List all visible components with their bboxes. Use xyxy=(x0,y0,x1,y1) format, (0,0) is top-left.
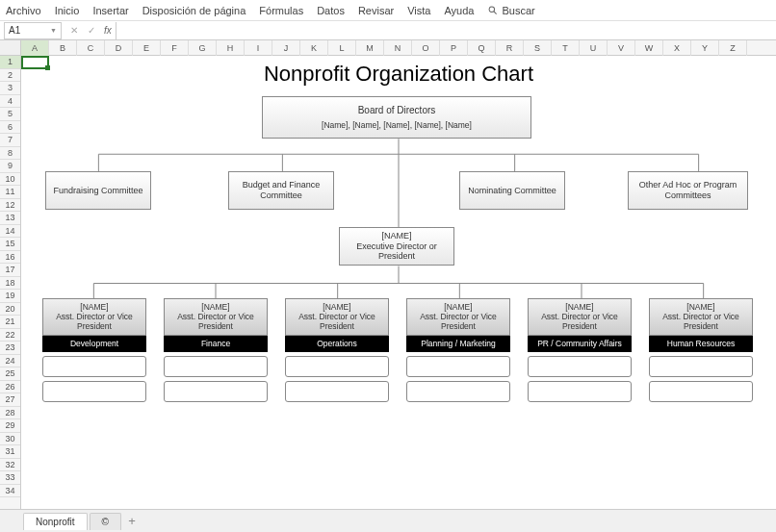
col-header-z[interactable]: Z xyxy=(719,40,747,56)
dept-slot[interactable] xyxy=(285,381,389,402)
dept-slot[interactable] xyxy=(528,356,632,377)
row-header-21[interactable]: 21 xyxy=(0,316,20,329)
col-header-q[interactable]: Q xyxy=(468,40,496,56)
row-header-28[interactable]: 28 xyxy=(0,407,20,420)
dept-slot[interactable] xyxy=(406,381,510,402)
col-header-n[interactable]: N xyxy=(384,40,412,56)
col-header-k[interactable]: K xyxy=(300,40,328,56)
row-header-2[interactable]: 2 xyxy=(0,69,20,83)
menu-formulas[interactable]: Fórmulas xyxy=(259,5,303,16)
row-header-9[interactable]: 9 xyxy=(0,160,20,173)
formula-input[interactable] xyxy=(116,22,776,39)
row-header-7[interactable]: 7 xyxy=(0,134,20,147)
row-header-16[interactable]: 16 xyxy=(0,251,20,265)
col-header-m[interactable]: M xyxy=(356,40,384,56)
col-header-c[interactable]: C xyxy=(77,40,105,56)
row-header-17[interactable]: 17 xyxy=(0,264,20,277)
col-header-f[interactable]: F xyxy=(161,40,189,56)
dept-slot[interactable] xyxy=(164,356,268,377)
add-sheet-button[interactable]: + xyxy=(123,513,141,530)
row-header-5[interactable]: 5 xyxy=(0,108,20,121)
row-header-26[interactable]: 26 xyxy=(0,381,20,394)
committee-budget[interactable]: Budget and Finance Committee xyxy=(228,171,334,210)
row-header-15[interactable]: 15 xyxy=(0,238,20,251)
board-box[interactable]: Board of Directors [Name], [Name], [Name… xyxy=(262,96,531,139)
committee-fundraising[interactable]: Fundraising Committee xyxy=(45,171,151,210)
row-header-34[interactable]: 34 xyxy=(0,485,20,498)
dept-slot[interactable] xyxy=(42,356,146,377)
row-header-11[interactable]: 11 xyxy=(0,186,20,199)
col-header-s[interactable]: S xyxy=(524,40,552,56)
col-header-i[interactable]: I xyxy=(245,40,272,56)
dept-slot[interactable] xyxy=(285,356,389,377)
col-header-h[interactable]: H xyxy=(217,40,245,56)
row-header-27[interactable]: 27 xyxy=(0,393,20,407)
row-header-14[interactable]: 14 xyxy=(0,225,20,239)
dept-slot[interactable] xyxy=(649,356,753,377)
col-header-u[interactable]: U xyxy=(580,40,608,56)
committee-nominating[interactable]: Nominating Committee xyxy=(459,171,565,210)
col-header-r[interactable]: R xyxy=(496,40,524,56)
col-header-p[interactable]: P xyxy=(440,40,468,56)
menu-datos[interactable]: Datos xyxy=(317,5,345,16)
menu-ayuda[interactable]: Ayuda xyxy=(444,5,474,16)
col-header-d[interactable]: D xyxy=(105,40,133,56)
col-header-l[interactable]: L xyxy=(328,40,356,56)
row-header-4[interactable]: 4 xyxy=(0,95,20,109)
row-header-10[interactable]: 10 xyxy=(0,173,20,187)
col-header-b[interactable]: B xyxy=(49,40,77,56)
menu-inicio[interactable]: Inicio xyxy=(55,5,80,16)
col-header-j[interactable]: J xyxy=(272,40,300,56)
tab-copyright[interactable]: © xyxy=(90,513,121,530)
tab-nonprofit[interactable]: Nonprofit xyxy=(23,513,88,530)
row-header-12[interactable]: 12 xyxy=(0,199,20,213)
menu-disposicion[interactable]: Disposición de página xyxy=(142,5,246,16)
col-header-x[interactable]: X xyxy=(663,40,691,56)
col-header-v[interactable]: V xyxy=(608,40,635,56)
exec-director-box[interactable]: [NAME] Executive Director or President xyxy=(339,227,454,266)
dept-slot[interactable] xyxy=(528,381,632,402)
col-header-y[interactable]: Y xyxy=(691,40,719,56)
dept-slot[interactable] xyxy=(42,381,146,402)
row-header-30[interactable]: 30 xyxy=(0,433,20,446)
dept-pr-community-affairs[interactable]: [NAME]Asst. Director or Vice PresidentPR… xyxy=(528,298,632,402)
row-header-22[interactable]: 22 xyxy=(0,329,20,342)
row-header-25[interactable]: 25 xyxy=(0,367,20,381)
row-header-24[interactable]: 24 xyxy=(0,355,20,368)
select-all-corner[interactable] xyxy=(0,40,21,56)
cells-area[interactable]: Nonprofit Organization Chart Board xyxy=(21,56,776,509)
committee-adhoc[interactable]: Other Ad Hoc or Program Committees xyxy=(628,171,748,210)
menu-vista[interactable]: Vista xyxy=(407,5,430,16)
accept-formula-button[interactable]: ✓ xyxy=(83,22,100,39)
row-header-8[interactable]: 8 xyxy=(0,147,20,161)
col-header-a[interactable]: A xyxy=(21,40,49,56)
fx-icon[interactable]: fx xyxy=(100,25,116,36)
col-header-o[interactable]: O xyxy=(412,40,440,56)
row-header-20[interactable]: 20 xyxy=(0,303,20,317)
row-header-1[interactable]: 1 xyxy=(0,56,20,69)
col-header-e[interactable]: E xyxy=(133,40,161,56)
search-menu[interactable]: Buscar xyxy=(487,5,534,16)
row-header-33[interactable]: 33 xyxy=(0,471,20,485)
menu-insertar[interactable]: Insertar xyxy=(92,5,128,16)
row-header-19[interactable]: 19 xyxy=(0,290,20,303)
menu-archivo[interactable]: Archivo xyxy=(6,5,41,16)
row-header-31[interactable]: 31 xyxy=(0,445,20,459)
name-box[interactable]: A1 ▼ xyxy=(4,22,62,39)
dept-finance[interactable]: [NAME]Asst. Director or Vice PresidentFi… xyxy=(164,298,268,402)
cancel-formula-button[interactable]: ✕ xyxy=(65,22,83,39)
dept-slot[interactable] xyxy=(406,356,510,377)
dept-human-resources[interactable]: [NAME]Asst. Director or Vice PresidentHu… xyxy=(649,298,753,402)
col-header-g[interactable]: G xyxy=(189,40,217,56)
row-header-3[interactable]: 3 xyxy=(0,82,20,95)
row-header-6[interactable]: 6 xyxy=(0,121,20,135)
row-header-32[interactable]: 32 xyxy=(0,459,20,472)
dept-slot[interactable] xyxy=(649,381,753,402)
row-header-23[interactable]: 23 xyxy=(0,342,20,355)
dept-operations[interactable]: [NAME]Asst. Director or Vice PresidentOp… xyxy=(285,298,389,402)
dept-development[interactable]: [NAME]Asst. Director or Vice PresidentDe… xyxy=(42,298,146,402)
menu-revisar[interactable]: Revisar xyxy=(358,5,394,16)
row-header-18[interactable]: 18 xyxy=(0,277,20,291)
row-header-13[interactable]: 13 xyxy=(0,212,20,225)
col-header-w[interactable]: W xyxy=(635,40,663,56)
